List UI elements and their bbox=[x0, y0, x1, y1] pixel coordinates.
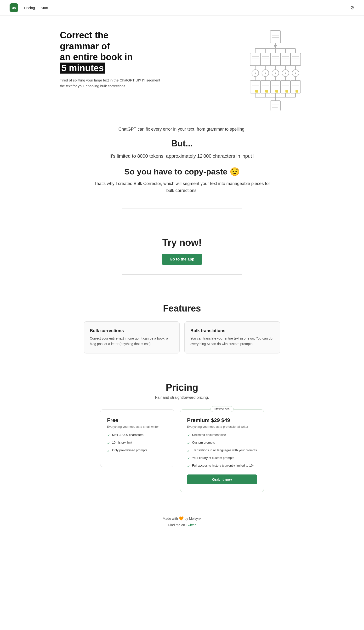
settings-icon[interactable]: ⚙ bbox=[350, 5, 355, 10]
limited-text: It's limited to 8000 tokens, approximate… bbox=[93, 152, 271, 160]
hero-underline-text: entire book bbox=[73, 52, 122, 62]
hero-title: Correct the grammar of an entire book in… bbox=[60, 30, 165, 74]
logo[interactable]: abc bbox=[9, 3, 18, 12]
feature-translations-desc: You can translate your entire text in on… bbox=[190, 336, 274, 346]
svg-rect-28 bbox=[290, 53, 301, 66]
footer-find-me: Find me on Twitter bbox=[9, 523, 355, 527]
premium-plan-desc: Everything you need as a professional wr… bbox=[187, 425, 257, 428]
feature-corrections-desc: Correct your entire text in one go. It c… bbox=[90, 336, 174, 346]
check-icon-p1: ✓ bbox=[187, 433, 190, 438]
nav-left: abc Pricing Start bbox=[9, 3, 48, 12]
features-section: Features Bulk corrections Correct your e… bbox=[74, 289, 290, 368]
premium-feature-5: ✓ Full access to history (currently limi… bbox=[187, 464, 257, 469]
svg-rect-55 bbox=[255, 90, 258, 93]
premium-plan-card: Lifetime deal Premium $29 $49 Everything… bbox=[180, 409, 264, 492]
premium-feature-3: ✓ Translations in all languages with you… bbox=[187, 448, 257, 454]
svg-text:✦: ✦ bbox=[254, 72, 257, 75]
but-title: But... bbox=[93, 138, 271, 148]
check-icon-1: ✓ bbox=[107, 433, 110, 438]
svg-text:✦: ✦ bbox=[274, 72, 277, 75]
hero-highlight-text: 5 minutes bbox=[60, 62, 105, 74]
svg-rect-71 bbox=[296, 90, 298, 93]
hero-text: Correct the grammar of an entire book in… bbox=[60, 30, 165, 89]
chatgpt-intro-text: ChatGPT can fix every error in your text… bbox=[93, 126, 271, 133]
feature-card-corrections: Bulk corrections Correct your entire tex… bbox=[84, 321, 180, 354]
check-icon-p3: ✓ bbox=[187, 448, 190, 454]
svg-rect-12 bbox=[250, 53, 260, 66]
premium-feature-1: ✓ Unlimited document size bbox=[187, 433, 257, 438]
grab-it-now-button[interactable]: Grab it now bbox=[187, 474, 257, 484]
pricing-section: Pricing Fair and straightforward pricing… bbox=[84, 368, 280, 506]
free-feature-2: ✓ 10-history limit bbox=[107, 440, 167, 446]
try-now-section: Try now! Go to the app bbox=[0, 223, 364, 274]
hero-section: Correct the grammar of an entire book in… bbox=[50, 30, 314, 112]
check-icon-3: ✓ bbox=[107, 448, 110, 454]
lifetime-badge: Lifetime deal bbox=[210, 406, 234, 412]
svg-rect-16 bbox=[260, 53, 270, 66]
free-plan-features: ✓ Max 32'000 characters ✓ 10-history lim… bbox=[107, 433, 167, 454]
feature-translations-title: Bulk translations bbox=[190, 328, 274, 333]
diagram-svg: ✦ ✦ ✦ ✦ ✦ bbox=[247, 30, 304, 110]
svg-text:✦: ✦ bbox=[294, 72, 297, 75]
free-plan-card: Free Everything you need as a small writ… bbox=[100, 409, 174, 467]
free-plan-name: Free bbox=[107, 417, 167, 424]
footer: Made with 🧡 by Melvynx Find me on Twitte… bbox=[0, 506, 364, 536]
features-grid: Bulk corrections Correct your entire tex… bbox=[84, 321, 280, 354]
footer-made-with: Made with 🧡 by Melvynx bbox=[9, 516, 355, 521]
intro-section: ChatGPT can fix every error in your text… bbox=[84, 112, 280, 208]
premium-feature-2: ✓ Custom prompts bbox=[187, 440, 257, 446]
svg-rect-63 bbox=[275, 90, 278, 93]
svg-rect-67 bbox=[286, 90, 288, 93]
free-feature-3: ✓ Only pre-defined prompts bbox=[107, 448, 167, 454]
nav-start-link[interactable]: Start bbox=[41, 6, 48, 10]
pricing-subtitle: Fair and straightforward pricing. bbox=[93, 396, 271, 400]
free-plan-desc: Everything you need as a small writer bbox=[107, 425, 167, 428]
pricing-title: Pricing bbox=[93, 382, 271, 393]
old-price: $49 bbox=[221, 417, 230, 423]
pricing-cards: Free Everything you need as a small writ… bbox=[93, 409, 271, 492]
feature-corrections-title: Bulk corrections bbox=[90, 328, 174, 333]
features-title: Features bbox=[84, 304, 280, 314]
premium-plan-features: ✓ Unlimited document size ✓ Custom promp… bbox=[187, 433, 257, 469]
navbar: abc Pricing Start ⚙ bbox=[0, 0, 364, 16]
check-icon-p5: ✓ bbox=[187, 464, 190, 469]
check-icon-p4: ✓ bbox=[187, 456, 190, 461]
why-text: That's why I created Bulk Corrector, whi… bbox=[93, 180, 271, 194]
svg-rect-79 bbox=[270, 101, 280, 110]
svg-rect-24 bbox=[280, 53, 291, 66]
check-icon-p2: ✓ bbox=[187, 441, 190, 446]
hero-diagram: ✦ ✦ ✦ ✦ ✦ bbox=[247, 30, 304, 112]
svg-text:✦: ✦ bbox=[264, 72, 267, 75]
footer-heart: 🧡 bbox=[179, 516, 184, 520]
feature-card-translations: Bulk translations You can translate your… bbox=[184, 321, 280, 354]
svg-rect-59 bbox=[265, 90, 268, 93]
try-now-title: Try now! bbox=[9, 237, 355, 248]
free-feature-1: ✓ Max 32'000 characters bbox=[107, 433, 167, 438]
svg-rect-20 bbox=[270, 53, 280, 66]
twitter-link[interactable]: Twitter bbox=[186, 523, 196, 527]
copy-paste-title: So you have to copy-paste 😟 bbox=[93, 167, 271, 176]
hero-subtitle: Tired of splitting your large text in th… bbox=[60, 78, 165, 89]
check-icon-2: ✓ bbox=[107, 441, 110, 446]
svg-rect-0 bbox=[270, 30, 280, 43]
premium-feature-4: ✓ Your library of custom prompts bbox=[187, 456, 257, 461]
svg-text:✦: ✦ bbox=[277, 110, 280, 110]
svg-text:✦: ✦ bbox=[284, 72, 287, 75]
premium-plan-name: Premium $29 $49 bbox=[187, 417, 257, 424]
divider-1 bbox=[122, 208, 242, 208]
go-to-app-button[interactable]: Go to the app bbox=[162, 254, 202, 265]
nav-pricing-link[interactable]: Pricing bbox=[24, 6, 35, 10]
